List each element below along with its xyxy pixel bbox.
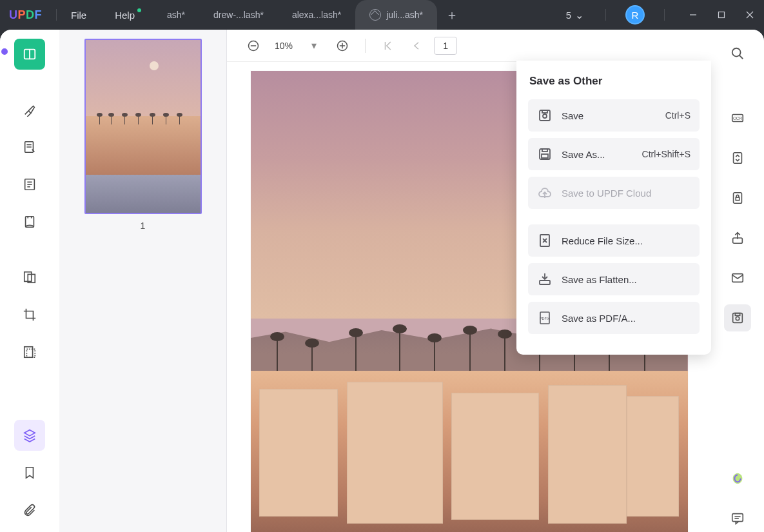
svg-point-40 (543, 114, 547, 118)
menu-item-label: Save (562, 110, 583, 121)
user-avatar[interactable]: R (625, 5, 645, 25)
reduce-size-menu-item[interactable]: Reduce File Size... (528, 224, 700, 257)
document-tab-active[interactable]: juli...ash* (355, 0, 437, 30)
attachment-button[interactable] (14, 495, 45, 526)
tab-count[interactable]: 5 (566, 10, 571, 21)
reader-mode-button[interactable] (14, 39, 45, 70)
svg-line-25 (740, 55, 743, 59)
add-tab-button[interactable]: ＋ (437, 0, 467, 30)
save-icon (537, 108, 553, 123)
menu-item-label: Save as Flatten... (562, 274, 637, 285)
svg-rect-1 (719, 12, 725, 18)
protect-button[interactable] (724, 184, 751, 212)
save-as-menu-item[interactable]: Save As... Ctrl+Shift+S (528, 138, 700, 170)
svg-rect-44 (542, 154, 548, 158)
divider (56, 9, 57, 21)
document-tabs: ash* drew-...lash* alexa...lash* juli...… (153, 0, 467, 30)
save-cloud-menu-item[interactable]: Save to UPDF Cloud (528, 177, 700, 209)
save-as-other-panel: Save as Other Save Ctrl+S Save As... Ctr… (516, 61, 711, 355)
svg-rect-43 (542, 149, 547, 152)
zoom-dropdown-button[interactable]: ▾ (303, 35, 325, 57)
menu-item-label: Save as PDF/A... (562, 313, 636, 324)
ocr-button[interactable]: OCR (724, 104, 751, 132)
thumbnail-panel: 1 (59, 30, 227, 532)
chevron-down-icon[interactable]: ⌄ (575, 9, 583, 21)
document-tab[interactable]: alexa...lash* (278, 0, 355, 30)
page-number-input[interactable] (434, 37, 457, 55)
zoom-out-button[interactable] (242, 35, 264, 57)
view-toolbar: 10% ▾ (227, 30, 711, 62)
comment-button[interactable] (724, 505, 751, 532)
page-thumbnail[interactable] (84, 39, 202, 214)
annotate-tool-button[interactable] (14, 132, 45, 163)
save-panel-title: Save as Other (528, 75, 700, 88)
tab-doc-icon (369, 9, 381, 21)
svg-text:PDF/A: PDF/A (540, 317, 551, 320)
help-notification-dot (137, 8, 141, 12)
document-tab[interactable]: ash* (153, 0, 199, 30)
search-button[interactable] (724, 40, 751, 67)
svg-rect-46 (540, 281, 550, 284)
menu-item-shortcut: Ctrl+Shift+S (642, 149, 691, 159)
save-as-icon (537, 146, 553, 162)
first-page-button[interactable] (377, 35, 399, 57)
svg-point-34 (736, 317, 740, 320)
svg-rect-30 (736, 197, 740, 201)
tab-label: ash* (167, 10, 185, 20)
zoom-in-button[interactable] (331, 35, 353, 57)
save-pdfa-menu-item[interactable]: PDF/A Save as PDF/A... (528, 302, 700, 334)
menu-item-shortcut: Ctrl+S (665, 110, 691, 121)
edit-text-tool-button[interactable] (14, 169, 45, 200)
organize-pages-button[interactable] (14, 262, 45, 293)
svg-rect-29 (734, 193, 742, 204)
app-body: 1 10% ▾ (0, 30, 764, 532)
minimize-button[interactable] (679, 0, 707, 30)
flatten-icon (537, 271, 553, 287)
pdfa-icon: PDF/A (537, 310, 553, 326)
compress-icon (537, 233, 553, 248)
save-menu-item[interactable]: Save Ctrl+S (528, 99, 700, 132)
svg-rect-17 (26, 349, 35, 357)
save-flatten-menu-item[interactable]: Save as Flatten... (528, 263, 700, 295)
convert-button[interactable] (724, 144, 751, 172)
svg-rect-16 (24, 347, 33, 358)
divider (664, 9, 665, 21)
tab-label: juli...ash* (386, 10, 423, 20)
layers-button[interactable] (14, 420, 45, 451)
bookmark-button[interactable] (14, 457, 45, 488)
prev-page-button[interactable] (406, 35, 427, 57)
close-button[interactable] (736, 0, 764, 30)
crop-tool-button[interactable] (14, 299, 45, 330)
menu-help-label: Help (115, 10, 135, 21)
svg-rect-39 (540, 110, 550, 121)
email-button[interactable] (724, 264, 751, 291)
titlebar-right: 5 ⌄ R (566, 0, 764, 30)
share-button[interactable] (724, 224, 751, 251)
form-tool-button[interactable] (14, 206, 45, 237)
thumbnail-page-number: 1 (141, 221, 146, 231)
app-logo: UPDF (9, 8, 42, 22)
accent-dot (1, 48, 8, 55)
document-tab[interactable]: drew-...lash* (199, 0, 278, 30)
tab-label: alexa...lash* (292, 10, 341, 20)
menu-help[interactable]: Help (115, 10, 135, 21)
svg-rect-36 (732, 514, 743, 522)
svg-rect-28 (734, 153, 742, 164)
svg-text:OCR: OCR (733, 116, 743, 121)
divider (605, 9, 606, 21)
highlighter-tool-button[interactable] (14, 94, 45, 125)
menu-file[interactable]: File (71, 10, 86, 21)
svg-rect-33 (733, 313, 743, 323)
svg-point-24 (732, 48, 741, 57)
maximize-button[interactable] (707, 0, 736, 30)
divider (365, 39, 366, 53)
menu-item-label: Save As... (562, 149, 605, 160)
menu-item-label: Reduce File Size... (562, 235, 643, 246)
zoom-level-label: 10% (275, 41, 293, 51)
ai-assistant-button[interactable] (724, 465, 751, 492)
svg-rect-35 (735, 313, 740, 316)
save-as-other-button[interactable] (724, 304, 751, 331)
watermark-tool-button[interactable] (14, 337, 45, 368)
right-tool-rail: OCR (711, 30, 764, 532)
cloud-upload-icon (537, 185, 553, 201)
